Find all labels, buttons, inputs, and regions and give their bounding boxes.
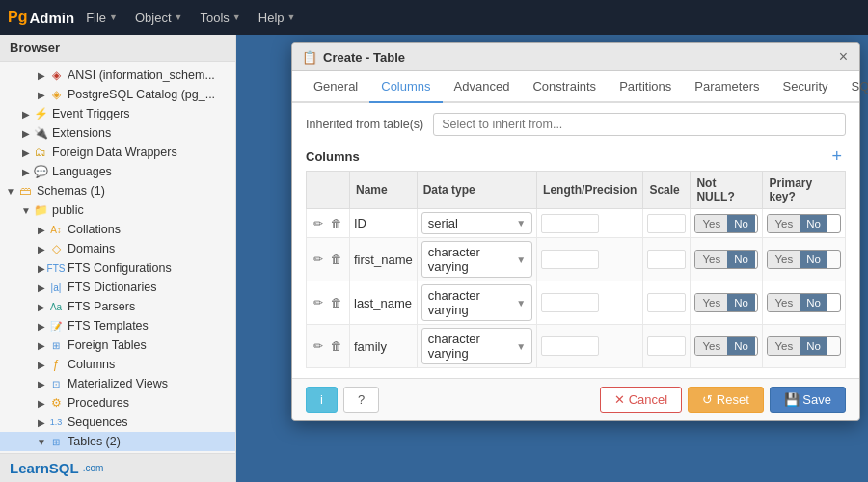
help-button[interactable]: ? (343, 387, 379, 413)
toggle-procedures[interactable]: ▶ (35, 396, 48, 410)
length-input-1[interactable] (541, 250, 599, 269)
reset-button[interactable]: ↺ Reset (688, 387, 764, 413)
notnull-toggle-2[interactable]: Yes No (694, 293, 758, 312)
tab-constraints[interactable]: Constraints (521, 71, 608, 103)
notnull-no-2[interactable]: No (727, 294, 755, 311)
datatype-select-0[interactable]: serial ▼ (421, 212, 532, 234)
datatype-select-1[interactable]: character varying ▼ (421, 241, 532, 278)
scale-input-3[interactable] (647, 336, 686, 356)
length-input-0[interactable] (541, 214, 599, 233)
toggle-pgcatalog[interactable]: ▶ (35, 88, 48, 101)
menu-tools[interactable]: Tools ▼ (193, 7, 249, 29)
edit-row-2-button[interactable]: ✏ (311, 294, 326, 311)
tab-columns[interactable]: Columns (369, 71, 442, 103)
toggle-event-triggers[interactable]: ▶ (19, 107, 33, 120)
sidebar-item-functions[interactable]: ▶ ƒ Columns (0, 355, 235, 374)
delete-row-1-button[interactable]: 🗑 (328, 251, 345, 268)
toggle-mat-views[interactable]: ▶ (35, 377, 48, 390)
add-column-button[interactable]: + (827, 147, 846, 165)
primarykey-yes-3[interactable]: Yes (768, 337, 800, 355)
notnull-toggle-3[interactable]: Yes No (694, 336, 758, 356)
scale-input-1[interactable] (647, 250, 686, 269)
primarykey-yes-2[interactable]: Yes (768, 294, 800, 311)
primarykey-toggle-1[interactable]: Yes No (767, 250, 841, 269)
toggle-languages[interactable]: ▶ (19, 165, 33, 178)
tab-advanced[interactable]: Advanced (443, 71, 522, 103)
toggle-tables[interactable]: ▼ (35, 435, 48, 448)
inherited-select[interactable] (433, 113, 846, 136)
sidebar-item-schemas[interactable]: ▼ 🗃 Schemas (1) (0, 181, 235, 201)
save-button[interactable]: 💾 Save (770, 387, 846, 413)
toggle-public[interactable]: ▼ (19, 203, 33, 217)
toggle-collations[interactable]: ▶ (35, 223, 48, 236)
sidebar-item-fts-parsers[interactable]: ▶ Aa FTS Parsers (0, 297, 235, 316)
toggle-fts-templates[interactable]: ▶ (35, 319, 48, 333)
primarykey-yes-0[interactable]: Yes (768, 215, 800, 232)
notnull-yes-3[interactable]: Yes (695, 337, 727, 355)
sidebar-item-sequences[interactable]: ▶ 1.3 Sequences (0, 413, 235, 432)
delete-row-3-button[interactable]: 🗑 (328, 337, 345, 355)
primarykey-toggle-2[interactable]: Yes No (767, 293, 841, 312)
notnull-toggle-0[interactable]: Yes No (694, 214, 758, 233)
sidebar-item-fts-config[interactable]: ▶ FTS FTS Configurations (0, 258, 235, 278)
primarykey-yes-1[interactable]: Yes (768, 251, 800, 268)
sidebar-item-fts-templates[interactable]: ▶ 📝 FTS Templates (0, 316, 235, 335)
delete-row-2-button[interactable]: 🗑 (328, 294, 345, 311)
tab-general[interactable]: General (302, 71, 369, 103)
scale-input-2[interactable] (647, 293, 686, 312)
toggle-schemas[interactable]: ▼ (4, 184, 17, 198)
sidebar-item-collations[interactable]: ▶ A↕ Collations (0, 220, 235, 239)
menu-file[interactable]: File ▼ (78, 7, 125, 29)
sidebar-item-domains[interactable]: ▶ ◇ Domains (0, 239, 235, 258)
toggle-foreign-tables[interactable]: ▶ (35, 338, 48, 352)
delete-row-0-button[interactable]: 🗑 (328, 215, 345, 232)
sidebar-item-fts-dict[interactable]: ▶ |a| FTS Dictionaries (0, 278, 235, 297)
length-input-3[interactable] (541, 336, 599, 356)
sidebar-item-mat-views[interactable]: ▶ ⊡ Materialized Views (0, 374, 235, 393)
sidebar-item-languages[interactable]: ▶ 💬 Languages (0, 162, 235, 181)
sidebar-item-pgcatalog[interactable]: ▶ ◈ PostgreSQL Catalog (pg_... (0, 85, 235, 104)
notnull-no-0[interactable]: No (727, 215, 755, 232)
primarykey-no-2[interactable]: No (800, 294, 827, 311)
notnull-yes-1[interactable]: Yes (695, 251, 727, 268)
toggle-sequences[interactable]: ▶ (35, 415, 48, 429)
primarykey-toggle-0[interactable]: Yes No (767, 214, 841, 233)
toggle-functions[interactable]: ▶ (35, 358, 48, 371)
menu-help[interactable]: Help ▼ (251, 7, 304, 29)
primarykey-no-3[interactable]: No (800, 337, 827, 355)
datatype-select-2[interactable]: character varying ▼ (421, 284, 532, 321)
notnull-toggle-1[interactable]: Yes No (694, 250, 758, 269)
cancel-button[interactable]: ✕ Cancel (600, 387, 682, 413)
edit-row-3-button[interactable]: ✏ (311, 337, 326, 355)
tab-security[interactable]: Security (772, 71, 840, 103)
sidebar-item-ansi[interactable]: ▶ ◈ ANSI (information_schem... (0, 66, 235, 85)
menu-object[interactable]: Object ▼ (127, 7, 191, 29)
close-button[interactable]: × (837, 49, 850, 65)
sidebar-item-fdw[interactable]: ▶ 🗂 Foreign Data Wrappers (0, 143, 235, 162)
notnull-yes-2[interactable]: Yes (695, 294, 727, 311)
toggle-domains[interactable]: ▶ (35, 242, 48, 255)
tab-parameters[interactable]: Parameters (683, 71, 771, 103)
toggle-fdw[interactable]: ▶ (19, 146, 33, 159)
tab-partitions[interactable]: Partitions (608, 71, 683, 103)
tab-sql[interactable]: SQL (840, 71, 869, 103)
sidebar-item-foreign-tables[interactable]: ▶ ⊞ Foreign Tables (0, 335, 235, 355)
notnull-yes-0[interactable]: Yes (695, 215, 727, 232)
toggle-extensions[interactable]: ▶ (19, 126, 33, 140)
info-button[interactable]: i (306, 387, 338, 413)
length-input-2[interactable] (541, 293, 599, 312)
scale-input-0[interactable] (647, 214, 686, 233)
sidebar-item-public[interactable]: ▼ 📁 public (0, 201, 235, 220)
datatype-select-3[interactable]: character varying ▼ (421, 328, 532, 364)
primarykey-no-1[interactable]: No (800, 251, 827, 268)
sidebar-item-procedures[interactable]: ▶ ⚙ Procedures (0, 393, 235, 413)
sidebar-item-event-triggers[interactable]: ▶ ⚡ Event Triggers (0, 104, 235, 123)
toggle-ansi[interactable]: ▶ (35, 68, 48, 82)
edit-row-0-button[interactable]: ✏ (311, 215, 326, 232)
sidebar-item-extensions[interactable]: ▶ 🔌 Extensions (0, 123, 235, 143)
primarykey-toggle-3[interactable]: Yes No (767, 336, 841, 356)
sidebar-item-tables[interactable]: ▼ ⊞ Tables (2) (0, 432, 235, 451)
toggle-fts-dict[interactable]: ▶ (35, 281, 48, 294)
edit-row-1-button[interactable]: ✏ (311, 251, 326, 268)
toggle-fts-parsers[interactable]: ▶ (35, 300, 48, 313)
